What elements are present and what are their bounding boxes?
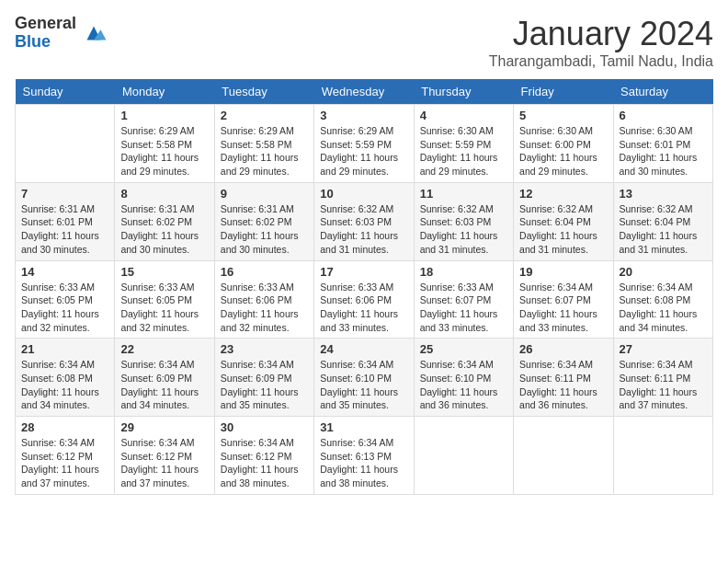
day-number: 9: [221, 187, 308, 201]
calendar-week-row: 7Sunrise: 6:31 AMSunset: 6:01 PMDaylight…: [16, 182, 713, 260]
calendar-cell: 27Sunrise: 6:34 AMSunset: 6:11 PMDayligh…: [613, 339, 712, 417]
day-info: Sunrise: 6:34 AMSunset: 6:12 PMDaylight:…: [120, 436, 208, 490]
month-title: January 2024: [489, 15, 713, 53]
calendar-week-row: 21Sunrise: 6:34 AMSunset: 6:08 PMDayligh…: [16, 339, 713, 417]
day-info: Sunrise: 6:34 AMSunset: 6:10 PMDaylight:…: [320, 358, 407, 412]
day-number: 6: [620, 109, 707, 122]
calendar-cell: 22Sunrise: 6:34 AMSunset: 6:09 PMDayligh…: [115, 339, 214, 417]
day-info: Sunrise: 6:33 AMSunset: 6:07 PMDaylight:…: [420, 281, 507, 335]
day-number: 11: [420, 187, 507, 201]
day-number: 20: [620, 265, 707, 279]
day-number: 5: [519, 109, 607, 122]
logo-blue: Blue: [15, 33, 76, 52]
calendar-week-row: 28Sunrise: 6:34 AMSunset: 6:12 PMDayligh…: [16, 417, 713, 495]
day-number: 26: [519, 342, 607, 356]
calendar-cell: 10Sunrise: 6:32 AMSunset: 6:03 PMDayligh…: [314, 182, 414, 260]
logo-icon: [80, 19, 108, 47]
weekday-header-friday: Friday: [514, 79, 613, 105]
calendar-cell: [16, 105, 115, 183]
calendar-cell: 6Sunrise: 6:30 AMSunset: 6:01 PMDaylight…: [613, 105, 712, 183]
day-info: Sunrise: 6:32 AMSunset: 6:03 PMDaylight:…: [420, 202, 507, 257]
day-number: 4: [420, 109, 507, 122]
day-info: Sunrise: 6:30 AMSunset: 5:59 PMDaylight:…: [420, 124, 507, 178]
calendar-cell: 23Sunrise: 6:34 AMSunset: 6:09 PMDayligh…: [214, 339, 313, 417]
day-number: 22: [120, 342, 208, 356]
calendar-cell: 28Sunrise: 6:34 AMSunset: 6:12 PMDayligh…: [16, 417, 115, 495]
calendar-cell: 4Sunrise: 6:30 AMSunset: 5:59 PMDaylight…: [414, 105, 513, 183]
day-info: Sunrise: 6:33 AMSunset: 6:06 PMDaylight:…: [320, 281, 407, 335]
day-info: Sunrise: 6:32 AMSunset: 6:04 PMDaylight:…: [519, 202, 607, 257]
day-number: 24: [320, 342, 407, 356]
calendar-cell: 2Sunrise: 6:29 AMSunset: 5:58 PMDaylight…: [214, 105, 313, 183]
calendar-cell: 20Sunrise: 6:34 AMSunset: 6:08 PMDayligh…: [613, 260, 712, 339]
weekday-header-saturday: Saturday: [613, 79, 712, 105]
title-area: January 2024 Tharangambadi, Tamil Nadu, …: [489, 15, 713, 70]
calendar-cell: [613, 417, 712, 495]
calendar-cell: [514, 417, 613, 495]
day-number: 23: [221, 342, 308, 356]
day-number: 19: [519, 265, 607, 279]
day-info: Sunrise: 6:34 AMSunset: 6:12 PMDaylight:…: [221, 436, 308, 490]
calendar-cell: 16Sunrise: 6:33 AMSunset: 6:06 PMDayligh…: [214, 260, 313, 339]
calendar-cell: 5Sunrise: 6:30 AMSunset: 6:00 PMDaylight…: [514, 105, 613, 183]
day-info: Sunrise: 6:34 AMSunset: 6:10 PMDaylight:…: [420, 358, 507, 412]
day-info: Sunrise: 6:34 AMSunset: 6:09 PMDaylight:…: [120, 358, 208, 412]
logo-general: General: [15, 15, 76, 33]
day-info: Sunrise: 6:33 AMSunset: 6:06 PMDaylight:…: [221, 281, 308, 335]
day-info: Sunrise: 6:34 AMSunset: 6:08 PMDaylight:…: [21, 358, 108, 412]
day-info: Sunrise: 6:31 AMSunset: 6:02 PMDaylight:…: [221, 202, 308, 257]
calendar-cell: 3Sunrise: 6:29 AMSunset: 5:59 PMDaylight…: [314, 105, 414, 183]
calendar-cell: 17Sunrise: 6:33 AMSunset: 6:06 PMDayligh…: [314, 260, 414, 339]
calendar-table: SundayMondayTuesdayWednesdayThursdayFrid…: [15, 79, 713, 495]
weekday-header-sunday: Sunday: [16, 79, 115, 105]
calendar-cell: 12Sunrise: 6:32 AMSunset: 6:04 PMDayligh…: [514, 182, 613, 260]
day-number: 16: [221, 265, 308, 279]
calendar-cell: 11Sunrise: 6:32 AMSunset: 6:03 PMDayligh…: [414, 182, 513, 260]
day-info: Sunrise: 6:34 AMSunset: 6:08 PMDaylight:…: [620, 281, 707, 335]
calendar-cell: 14Sunrise: 6:33 AMSunset: 6:05 PMDayligh…: [16, 260, 115, 339]
day-info: Sunrise: 6:31 AMSunset: 6:02 PMDaylight:…: [120, 202, 208, 257]
day-number: 31: [320, 420, 407, 434]
day-number: 12: [519, 187, 607, 201]
day-number: 2: [221, 109, 308, 122]
calendar-cell: 24Sunrise: 6:34 AMSunset: 6:10 PMDayligh…: [314, 339, 414, 417]
day-info: Sunrise: 6:33 AMSunset: 6:05 PMDaylight:…: [21, 281, 108, 335]
calendar-cell: 19Sunrise: 6:34 AMSunset: 6:07 PMDayligh…: [514, 260, 613, 339]
calendar-cell: 9Sunrise: 6:31 AMSunset: 6:02 PMDaylight…: [214, 182, 313, 260]
day-number: 1: [120, 109, 208, 122]
weekday-header-wednesday: Wednesday: [314, 79, 414, 105]
day-info: Sunrise: 6:34 AMSunset: 6:09 PMDaylight:…: [221, 358, 308, 412]
day-info: Sunrise: 6:34 AMSunset: 6:13 PMDaylight:…: [320, 436, 407, 490]
day-info: Sunrise: 6:31 AMSunset: 6:01 PMDaylight:…: [21, 202, 108, 257]
day-info: Sunrise: 6:30 AMSunset: 6:01 PMDaylight:…: [620, 124, 707, 178]
calendar-cell: [414, 417, 513, 495]
day-number: 13: [620, 187, 707, 201]
day-number: 15: [120, 265, 208, 279]
calendar-cell: 13Sunrise: 6:32 AMSunset: 6:04 PMDayligh…: [613, 182, 712, 260]
calendar-cell: 7Sunrise: 6:31 AMSunset: 6:01 PMDaylight…: [16, 182, 115, 260]
day-info: Sunrise: 6:29 AMSunset: 5:58 PMDaylight:…: [120, 124, 208, 178]
day-info: Sunrise: 6:32 AMSunset: 6:04 PMDaylight:…: [620, 202, 707, 257]
day-number: 18: [420, 265, 507, 279]
calendar-cell: 30Sunrise: 6:34 AMSunset: 6:12 PMDayligh…: [214, 417, 313, 495]
day-info: Sunrise: 6:34 AMSunset: 6:12 PMDaylight:…: [21, 436, 108, 490]
day-number: 10: [320, 187, 407, 201]
day-number: 21: [21, 342, 108, 356]
day-number: 14: [21, 265, 108, 279]
day-info: Sunrise: 6:34 AMSunset: 6:11 PMDaylight:…: [620, 358, 707, 412]
day-info: Sunrise: 6:30 AMSunset: 6:00 PMDaylight:…: [519, 124, 607, 178]
calendar-cell: 29Sunrise: 6:34 AMSunset: 6:12 PMDayligh…: [115, 417, 214, 495]
day-number: 8: [120, 187, 208, 201]
weekday-header-tuesday: Tuesday: [214, 79, 313, 105]
calendar-cell: 21Sunrise: 6:34 AMSunset: 6:08 PMDayligh…: [16, 339, 115, 417]
page-header: General Blue January 2024 Tharangambadi,…: [15, 15, 713, 70]
day-info: Sunrise: 6:32 AMSunset: 6:03 PMDaylight:…: [320, 202, 407, 257]
weekday-header-row: SundayMondayTuesdayWednesdayThursdayFrid…: [16, 79, 713, 105]
location-title: Tharangambadi, Tamil Nadu, India: [489, 53, 713, 70]
calendar-cell: 15Sunrise: 6:33 AMSunset: 6:05 PMDayligh…: [115, 260, 214, 339]
calendar-week-row: 14Sunrise: 6:33 AMSunset: 6:05 PMDayligh…: [16, 260, 713, 339]
day-number: 28: [21, 420, 108, 434]
calendar-cell: 18Sunrise: 6:33 AMSunset: 6:07 PMDayligh…: [414, 260, 513, 339]
day-number: 7: [21, 187, 108, 201]
day-number: 3: [320, 109, 407, 122]
